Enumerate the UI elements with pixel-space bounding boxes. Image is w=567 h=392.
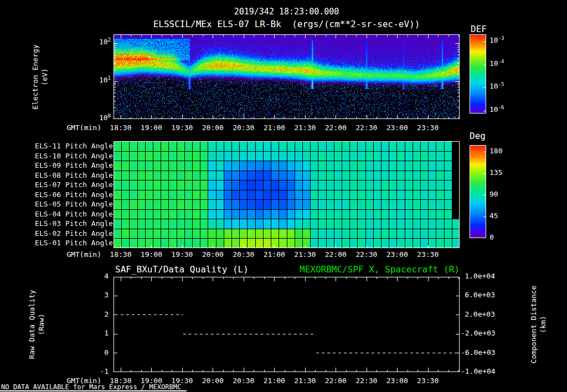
x-tick-label: 21:30 (294, 377, 316, 385)
energy-spectrogram-plot (114, 34, 460, 119)
x-tick-label: 18:30 (110, 124, 131, 132)
x-tick-label: 23:30 (417, 377, 439, 385)
pitch-row-label: ELS-01 Pitch Angle (0, 239, 113, 247)
x-tick-label: 20:00 (202, 251, 224, 259)
pitch-row-label: ELS-05 Pitch Angle (0, 200, 113, 208)
distance-tick-label: -2.0e+03 (461, 329, 495, 337)
pitch-row-label: ELS-09 Pitch Angle (0, 162, 113, 169)
distance-tick-label: -6.0e+03 (461, 349, 495, 357)
footer-underline (0, 390, 187, 391)
distance-axis-label-line1: Component Distance (529, 286, 538, 364)
x-tick-label: 20:30 (233, 124, 254, 132)
deg-colorbar-tick-label: 0 (489, 234, 494, 241)
x-tick-label: 22:00 (325, 124, 347, 132)
def-colorbar-title: DEF (471, 24, 487, 34)
distance-tick-label: 6.0e+03 (461, 291, 495, 299)
x-tick-label: 23:30 (417, 124, 439, 132)
x-tick-label: 20:30 (233, 377, 254, 385)
x-tick-label: 22:30 (355, 377, 377, 385)
exponent: 2 (108, 37, 111, 43)
x-tick-label: 21:30 (294, 124, 316, 132)
def-colorbar (470, 34, 486, 114)
energy-axis-label-line2: (eV) (40, 44, 49, 109)
x-tick-label: 18:30 (110, 377, 131, 385)
pitch-row-label: ELS-11 Pitch Angle (0, 142, 113, 150)
x-tick-label: 19:30 (171, 251, 193, 259)
x-tick-label: 21:00 (264, 124, 285, 132)
timestamp: 2019/342 18:23:00.000 (114, 7, 460, 17)
def-colorbar-tick-label: 10-3 (489, 37, 504, 44)
x-tick-label: 23:00 (386, 377, 408, 385)
x-tick-label: 22:00 (325, 251, 347, 259)
deg-colorbar-title: Deg (470, 131, 486, 141)
x-tick-label: 22:30 (355, 124, 377, 132)
quality-distance-plot (114, 277, 460, 372)
x-tick-label: 19:30 (171, 124, 193, 132)
exponent: -4 (498, 58, 504, 64)
distance-tick-label: 1.0e+04 (461, 272, 495, 280)
pitch-row-label: ELS-03 Pitch Angle (0, 220, 113, 228)
x-tick-label: 19:30 (171, 377, 193, 385)
x-tick-label: 21:30 (294, 251, 316, 259)
x-tick-label: 23:00 (386, 251, 408, 259)
exponent: 0 (108, 113, 111, 118)
distance-tick-label: 2.0e+03 (461, 311, 495, 318)
energy-tick-label: 102 (83, 38, 111, 46)
def-colorbar-tick-label: 10-5 (489, 82, 504, 90)
gmt-axis-label-2: GMT(min) (0, 251, 101, 259)
x-tick-label: 19:00 (141, 124, 162, 132)
x-tick-label: 21:00 (264, 377, 285, 385)
x-tick-label: 22:00 (325, 377, 347, 385)
gmt-axis-label-1: GMT(min) (0, 124, 101, 132)
energy-axis-label: Electron Energy (eV) (30, 44, 49, 109)
quality-tick-label: 0 (78, 349, 109, 357)
deg-colorbar-tick-label: 135 (489, 169, 502, 177)
x-tick-label: 23:30 (417, 251, 439, 259)
distance-tick-label: -1.0e+04 (461, 368, 495, 375)
plot-title: ELSSCIL/MEx ELS-07 LR-Bk (ergs/(cm**2-sr… (58, 19, 515, 29)
quality-tick-label: -1 (78, 368, 109, 375)
spacecraft-panel-title: MEXORBMC/SPF X, Spacecraft (R) (238, 265, 460, 275)
quality-axis-label-line2: (Raw) (37, 290, 46, 359)
deg-colorbar-tick-label: 45 (489, 212, 498, 220)
mex-els-plot-screen: 2019/342 18:23:00.000 ELSSCIL/MEx ELS-07… (0, 0, 567, 392)
x-tick-label: 20:30 (233, 251, 254, 259)
x-tick-label: 20:00 (202, 377, 224, 385)
pitch-angle-grid-plot (114, 141, 460, 248)
quality-tick-label: 4 (78, 272, 109, 280)
quality-tick-label: 2 (78, 311, 109, 318)
x-tick-label: 20:00 (202, 124, 224, 132)
distance-axis-label-line2: (km) (538, 286, 548, 364)
x-tick-label: 21:00 (264, 251, 285, 259)
energy-axis-label-line1: Electron Energy (30, 44, 40, 109)
x-tick-label: 18:30 (110, 251, 131, 259)
deg-colorbar-tick-label: 180 (489, 147, 502, 155)
exponent: -3 (498, 35, 504, 41)
quality-axis-label-line1: Raw Data Quality (27, 290, 37, 359)
pitch-row-label: ELS-06 Pitch Angle (0, 191, 113, 199)
pitch-row-label: ELS-10 Pitch Angle (0, 152, 113, 160)
def-colorbar-tick-label: 10-6 (489, 106, 504, 114)
quality-axis-label: Raw Data Quality (Raw) (27, 290, 46, 359)
exponent: 1 (108, 75, 111, 80)
pitch-row-label: ELS-07 Pitch Angle (0, 181, 113, 189)
energy-tick-label: 100 (83, 114, 111, 122)
def-colorbar-tick-label: 10-4 (489, 60, 504, 68)
x-tick-label: 23:00 (386, 124, 408, 132)
distance-axis-label: Component Distance (km) (529, 286, 548, 364)
x-tick-label: 22:30 (355, 251, 377, 259)
x-tick-label: 19:00 (141, 251, 162, 259)
pitch-row-label: ELS-04 Pitch Angle (0, 210, 113, 218)
exponent: -6 (498, 105, 504, 110)
energy-tick-label: 101 (83, 76, 111, 84)
exponent: -5 (498, 81, 504, 87)
x-tick-label: 19:00 (141, 377, 162, 385)
deg-colorbar (470, 145, 486, 238)
quality-panel-title: SAF_BXuT/Data Quality (L) (115, 265, 249, 275)
quality-tick-label: 1 (78, 329, 109, 337)
pitch-row-label: ELS-08 Pitch Angle (0, 172, 113, 179)
pitch-row-label: ELS-02 Pitch Angle (0, 230, 113, 238)
deg-colorbar-tick-label: 90 (489, 190, 498, 198)
quality-tick-label: 3 (78, 291, 109, 299)
